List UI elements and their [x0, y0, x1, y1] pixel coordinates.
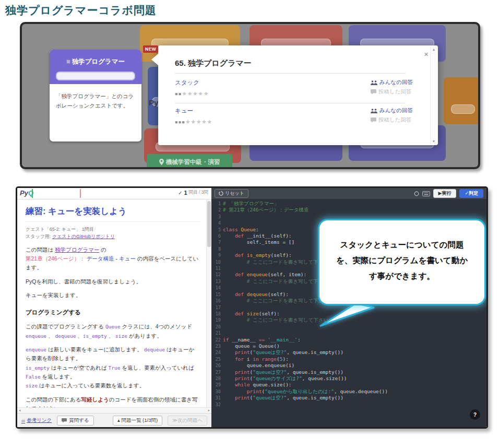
close-icon[interactable]: ×	[424, 50, 429, 58]
reference-link[interactable]: ∞参考リンク	[21, 417, 52, 424]
code-token	[223, 395, 235, 400]
line-number: 18	[211, 311, 221, 317]
problem-content[interactable]: 練習: キューを実装しよう クエスト「65-2: キュー」 1問目 スタッフ用:…	[17, 199, 211, 407]
paragraph: enqueue は新しい要素をキューに追加します。 dequeue はキューから…	[26, 345, 200, 391]
code-line[interactable]: print("queueは空?", queue.is_empty())	[223, 369, 486, 375]
code-line[interactable]: print("queueは空?", queue.is_empty())	[223, 349, 486, 356]
text-segment: PyQを利用し、書籍の問題を復習しましょう。	[26, 278, 141, 285]
scrollbar-thumb[interactable]	[207, 201, 211, 247]
code-token: queue = Queue()	[223, 343, 280, 349]
code-token: "queueのサイズは?"	[253, 375, 302, 381]
text-segment: を返し、要素が入っていれば	[120, 364, 194, 371]
callout-tail	[318, 303, 378, 328]
problem-row-stack: スタック ■■★★★★★ みんなの回答 投稿した回答	[175, 79, 413, 101]
line-number: 15	[211, 291, 221, 298]
help-button[interactable]: ?	[470, 409, 480, 420]
scroll-left-icon[interactable]: ◂	[19, 408, 21, 412]
code-line[interactable]: print("queueから取り出したのは:", queue.dequeue()…	[223, 388, 486, 395]
quest-card-dokugaku[interactable]: ≡ 独学プログラマー 「独学プログラマー」とのコラボレーションクエストです。	[50, 50, 141, 142]
run-button[interactable]: ▶実行	[433, 189, 457, 198]
line-number: 32	[211, 402, 221, 408]
inline-link[interactable]: キュー	[119, 255, 136, 262]
posted-answers-link[interactable]: 投稿した回答	[371, 88, 413, 96]
code-token: class	[223, 227, 238, 232]
code-token: print	[247, 388, 262, 394]
code-token: :	[256, 227, 259, 232]
code-line[interactable]	[223, 402, 486, 408]
text-segment: を返します。	[41, 373, 76, 380]
paragraph: この問題は 独学プログラマー の第21章（246ページ）： データ構造 - キュ…	[26, 245, 200, 273]
inline-link[interactable]: データ構造	[87, 255, 114, 262]
next-problem-button[interactable]: ≫次の問題へ	[168, 416, 207, 426]
code-token: Queue	[241, 227, 256, 232]
scroll-down-icon[interactable]: ▼	[431, 139, 437, 143]
horizontal-scrollbar[interactable]: ◂▸	[17, 407, 211, 413]
code-token: def	[235, 233, 244, 239]
speech-icon	[62, 418, 67, 423]
code-token: def	[235, 252, 244, 258]
code-token: (self):	[268, 291, 289, 297]
code-token: for	[235, 356, 244, 362]
keyboard-icon[interactable]	[422, 191, 430, 196]
line-number: 12	[211, 272, 221, 278]
code-line[interactable]: print("queueは空?", queue.is_empty())	[223, 395, 486, 401]
code-line[interactable]: # 第21章（246ページ）：データ構造	[223, 207, 486, 213]
code-line[interactable]: if __name__ == '__main__':	[223, 337, 486, 343]
line-number: 28	[211, 375, 221, 382]
code-token	[223, 349, 235, 355]
divider	[175, 73, 406, 74]
code-token: , queue.dequeue())	[334, 388, 388, 394]
line-number: 4	[211, 220, 221, 226]
line-number: 7	[211, 239, 221, 245]
text-segment: があります。	[127, 333, 162, 339]
problem-scrollbar[interactable]	[206, 199, 211, 407]
posted-answers-link[interactable]: 投稿した回答	[371, 116, 413, 124]
code-token	[223, 298, 247, 303]
menu-icon: ≡	[66, 58, 70, 65]
code-line[interactable]: while queue.size():	[223, 382, 486, 388]
problem-row-queue: キュー ■■■★★★★★ みんなの回答 投稿した回答	[175, 107, 413, 129]
ask-question-button[interactable]: 質問する	[57, 416, 93, 426]
quest-progress-bar	[451, 104, 475, 114]
modal-pointer	[151, 54, 158, 65]
code-token	[223, 259, 247, 265]
everyone-answers-link[interactable]: みんなの回答	[371, 79, 413, 86]
problem-list-button[interactable]: ▴ 問題一覧 (1/3問)	[113, 416, 162, 426]
map-section-button[interactable]: 機械学習中級・演習	[147, 154, 232, 169]
line-number: 8	[211, 246, 221, 252]
code-line[interactable]: queue = Queue()	[223, 343, 486, 349]
code-line[interactable]	[223, 214, 486, 220]
code-line[interactable]: # 「独学プログラマー」	[223, 201, 486, 207]
comment-icon	[371, 117, 376, 123]
line-number: 19	[211, 317, 221, 323]
scroll-right-icon[interactable]: ▸	[208, 408, 210, 412]
code-token: "queueは空?"	[253, 395, 287, 400]
text-segment: is_empty	[26, 365, 50, 371]
judge-button[interactable]: ✓判定	[459, 189, 483, 198]
quest-card-header: ≡ 独学プログラマー	[50, 50, 141, 84]
code-token: "queueは空?"	[253, 349, 287, 355]
quest-meta: クエスト「65-2: キュー」 1問目	[26, 226, 200, 233]
everyone-answers-link[interactable]: みんなの回答	[371, 107, 413, 114]
text-segment: enqueue	[26, 347, 46, 352]
page-title: 独学プログラマーコラボ問題	[5, 3, 157, 18]
code-line[interactable]: queue.enqueue(i)	[223, 362, 486, 369]
quest-card-description: 「独学プログラマー」とのコラボレーションクエストです。	[50, 84, 141, 118]
code-editor-pane: リセット ▶実行 ✓判定 123456789101112131415161718…	[211, 188, 486, 427]
text-segment: 、	[76, 333, 82, 339]
sync-icon[interactable]	[414, 191, 419, 196]
problem-description: この問題は 独学プログラマー の第21章（246ページ）： データ構造 - キュ…	[26, 245, 200, 407]
reset-button[interactable]: リセット	[215, 189, 248, 198]
modal-scrollbar[interactable]: ▲ ▼	[430, 46, 437, 144]
code-line[interactable]	[223, 330, 486, 336]
problem-title: 練習: キューを実装しよう	[26, 206, 200, 222]
inline-link[interactable]: 独学プログラマー	[55, 246, 99, 253]
code-token: if	[223, 337, 229, 343]
editor-toolbar: リセット ▶実行 ✓判定	[211, 188, 486, 199]
code-token: # 「独学プログラマー」	[223, 201, 279, 206]
github-repo-link[interactable]: クエストのGitHubリポジトリ	[52, 234, 115, 239]
code-line[interactable]: for i in range(5):	[223, 356, 486, 362]
code-line[interactable]: print("queueのサイズは?", queue.size())	[223, 375, 486, 382]
scroll-up-icon[interactable]: ▲	[431, 48, 437, 51]
quest-node-card[interactable]	[444, 77, 480, 124]
